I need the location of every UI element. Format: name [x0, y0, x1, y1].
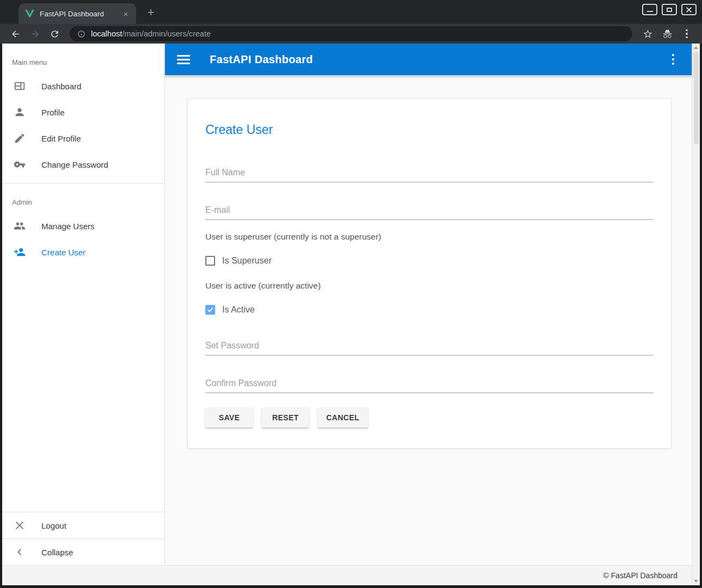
checkbox-unchecked-icon[interactable]	[205, 256, 215, 266]
set-password-input[interactable]	[205, 341, 654, 355]
arrow-right-icon	[30, 29, 40, 39]
page-viewport: Main menu Dashboard Profile	[2, 44, 700, 585]
sidebar-item-profile[interactable]: Profile	[2, 99, 164, 125]
key-icon	[13, 158, 26, 171]
main-content: Create User User is superuser (currently…	[165, 75, 692, 565]
window-minimize-button[interactable]	[642, 4, 657, 15]
page-title: Create User	[205, 122, 654, 137]
is-active-label: Is Active	[222, 305, 255, 315]
full-name-field	[205, 168, 654, 182]
url-text: localhost/main/admin/users/create	[91, 29, 211, 38]
create-user-card: Create User User is superuser (currently…	[187, 98, 672, 449]
browser-window: FastAPI Dashboard × + localhost/main/adm…	[0, 0, 702, 588]
confirm-password-input[interactable]	[205, 378, 654, 393]
incognito-indicator	[660, 27, 674, 41]
sidebar-item-change-password[interactable]: Change Password	[2, 151, 164, 177]
vue-logo-icon	[25, 10, 34, 18]
sidebar-item-label: Create User	[41, 248, 86, 257]
browser-menu-button[interactable]	[680, 27, 694, 41]
scrollbar-thumb[interactable]	[694, 52, 699, 144]
reload-button[interactable]	[47, 27, 62, 41]
sidebar-item-label: Profile	[41, 108, 65, 117]
sidebar-item-label: Logout	[41, 521, 66, 530]
email-input[interactable]	[205, 205, 654, 219]
sidebar-item-dashboard[interactable]: Dashboard	[2, 73, 164, 99]
sidebar-item-label: Collapse	[41, 548, 73, 557]
scrollbar-down-arrow-icon[interactable]	[694, 580, 698, 583]
url-host: localhost	[91, 29, 122, 38]
window-controls	[642, 4, 697, 15]
maximize-icon	[667, 8, 672, 12]
copyright-text: © FastAPI Dashboard	[603, 571, 677, 580]
sidebar-section-admin: Admin	[2, 183, 164, 213]
sidebar-item-label: Edit Profile	[41, 134, 81, 143]
sidebar-item-manage-users[interactable]: Manage Users	[2, 213, 164, 239]
browser-tab[interactable]: FastAPI Dashboard ×	[19, 3, 136, 24]
tab-close-icon[interactable]: ×	[121, 9, 131, 19]
form-buttons: SAVE RESET CANCEL	[205, 407, 654, 427]
cancel-button[interactable]: CANCEL	[318, 407, 368, 427]
sidebar-item-label: Dashboard	[41, 82, 81, 91]
new-tab-button[interactable]: +	[144, 5, 158, 20]
dashboard-icon	[13, 79, 26, 93]
confirm-password-field	[205, 378, 654, 393]
person-add-icon	[13, 246, 26, 259]
url-path: /main/admin/users/create	[122, 29, 211, 38]
window-close-button[interactable]	[681, 4, 697, 15]
save-button[interactable]: SAVE	[205, 407, 253, 427]
hamburger-menu-icon[interactable]	[177, 55, 190, 64]
sidebar-section-main-menu: Main menu	[2, 44, 164, 73]
app-bar: FastAPI Dashboard	[165, 44, 692, 75]
close-icon	[686, 7, 692, 13]
sidebar-item-logout[interactable]: Logout	[2, 512, 164, 538]
checkbox-checked-icon[interactable]	[205, 305, 215, 315]
sidebar-item-create-user[interactable]: Create User	[2, 239, 164, 265]
full-name-input[interactable]	[205, 168, 654, 182]
tab-title: FastAPI Dashboard	[40, 10, 121, 18]
pencil-icon	[13, 132, 26, 145]
reset-button[interactable]: RESET	[261, 407, 309, 427]
sidebar-item-label: Manage Users	[41, 222, 95, 231]
sidebar-item-collapse[interactable]: Collapse	[2, 539, 164, 565]
active-note: User is active (currently active)	[205, 281, 654, 291]
sidebar: Main menu Dashboard Profile	[2, 44, 165, 565]
browser-tab-bar: FastAPI Dashboard × +	[0, 0, 702, 24]
minimize-icon	[647, 11, 653, 12]
info-icon[interactable]	[77, 30, 86, 38]
forward-button[interactable]	[28, 27, 42, 41]
window-maximize-button[interactable]	[662, 4, 677, 15]
arrow-left-icon	[10, 29, 21, 39]
bookmark-button[interactable]	[640, 27, 655, 41]
browser-toolbar: localhost/main/admin/users/create	[0, 24, 702, 44]
page-footer: © FastAPI Dashboard	[2, 565, 692, 585]
is-superuser-label: Is Superuser	[222, 256, 272, 266]
superuser-note: User is superuser (currently is not a su…	[205, 232, 654, 242]
scrollbar-up-arrow-icon[interactable]	[694, 46, 698, 49]
page-scrollbar[interactable]	[692, 44, 700, 585]
star-icon	[643, 29, 653, 39]
kebab-menu-icon	[686, 29, 688, 39]
is-active-checkbox-row[interactable]: Is Active	[205, 305, 654, 315]
incognito-icon	[662, 29, 673, 39]
is-superuser-checkbox-row[interactable]: Is Superuser	[205, 256, 654, 266]
email-field	[205, 205, 654, 220]
app-menu-button[interactable]	[669, 52, 677, 67]
reload-icon	[50, 29, 60, 39]
main-area: FastAPI Dashboard Create User	[165, 44, 692, 565]
address-bar[interactable]: localhost/main/admin/users/create	[70, 26, 632, 41]
sidebar-item-edit-profile[interactable]: Edit Profile	[2, 125, 164, 151]
logout-x-icon	[13, 519, 26, 532]
person-icon	[13, 106, 26, 119]
sidebar-item-label: Change Password	[41, 160, 108, 169]
back-button[interactable]	[8, 27, 22, 41]
set-password-field	[205, 341, 654, 356]
chevron-left-icon	[13, 546, 26, 559]
app-title: FastAPI Dashboard	[210, 53, 313, 66]
people-icon	[13, 219, 26, 232]
